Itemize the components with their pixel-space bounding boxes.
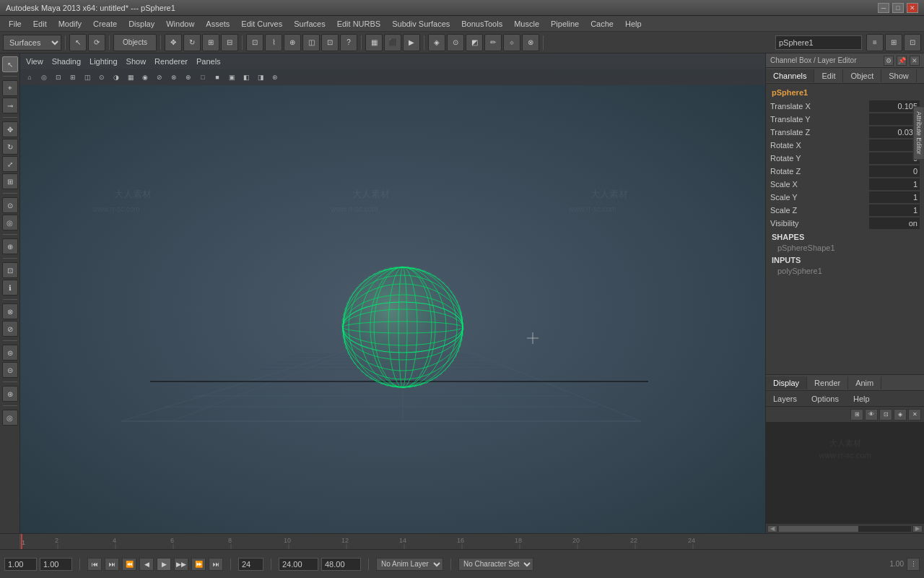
skip-to-end-btn[interactable]: ⏭ [209, 558, 223, 571]
vi-clip-btn[interactable]: ⊛ [269, 71, 282, 84]
selection-tool-btn[interactable]: ↖ [69, 34, 87, 51]
vi-home-btn[interactable]: ⌂ [23, 71, 36, 84]
step-back-btn[interactable]: ⏭ [105, 558, 119, 571]
vi-wire-btn[interactable]: ◫ [81, 71, 94, 84]
scroll-right-btn[interactable]: ▶ [912, 525, 923, 532]
soft-mod-btn[interactable]: ⊙ [2, 197, 18, 213]
menu-file[interactable]: File [3, 18, 27, 30]
tab-object[interactable]: Object [843, 69, 881, 82]
render-btn[interactable]: ⬛ [384, 34, 401, 51]
vi-cam4-btn[interactable]: ◧ [240, 71, 253, 84]
sculpt-btn[interactable]: ◎ [2, 215, 18, 230]
skip-to-start-btn[interactable]: ⏮ [87, 558, 102, 571]
right-icon-2[interactable]: ⊞ [885, 34, 902, 51]
cluster-btn[interactable]: ⊗ [2, 303, 18, 319]
menu-bonus[interactable]: BonusTools [456, 18, 508, 30]
current-frame-input[interactable] [40, 558, 72, 571]
menu-pipeline[interactable]: Pipeline [545, 18, 585, 30]
paint-select-btn[interactable]: ⊸ [2, 98, 18, 113]
menu-surfaces[interactable]: Surfaces [288, 18, 331, 30]
minimize-button[interactable]: ─ [878, 3, 889, 13]
menu-edit-nurbs[interactable]: Edit NURBS [331, 18, 387, 30]
attr-editor-tab[interactable]: Attribute Editor [913, 106, 924, 160]
layers-tab-help[interactable]: Help [846, 392, 877, 405]
scroll-thumb[interactable] [779, 526, 858, 532]
channel-visibility-value[interactable] [869, 217, 920, 229]
layers-tab-layers[interactable]: Layers [766, 392, 804, 405]
menu-window[interactable]: Window [160, 18, 200, 30]
help-btn[interactable]: ? [340, 34, 357, 51]
vp-menu-shading[interactable]: Shading [52, 57, 81, 66]
right-icon-3[interactable]: ⊡ [904, 34, 921, 51]
frame-display-input[interactable] [279, 558, 318, 571]
play-forward-btn[interactable]: ▶ [157, 558, 171, 571]
vi-cam1-btn[interactable]: □ [196, 71, 209, 84]
disp-tab-display[interactable]: Display [766, 376, 807, 389]
ipr-btn[interactable]: ▶ [403, 34, 420, 51]
vp-menu-view[interactable]: View [26, 57, 43, 66]
snap-btn[interactable]: ⊡ [2, 262, 18, 278]
universal-btn[interactable]: ⊞ [2, 173, 18, 189]
sphere-wireframe[interactable] [341, 266, 464, 389]
menu-assets[interactable]: Assets [200, 18, 235, 30]
maximize-button[interactable]: □ [892, 3, 904, 13]
vi-smooth-btn[interactable]: ⊙ [95, 71, 108, 84]
weight-btn[interactable]: ⊝ [2, 362, 18, 378]
menu-cache[interactable]: Cache [585, 18, 619, 30]
channel-scale-x-value[interactable] [869, 178, 920, 190]
vi-cam2-btn[interactable]: ■ [211, 71, 224, 84]
channel-translate-y-value[interactable] [869, 113, 920, 125]
inputs-item-1[interactable]: polySphere1 [766, 266, 924, 276]
bend-btn[interactable]: ⊛ [2, 386, 18, 402]
joint-btn[interactable]: ⊘ [2, 321, 18, 337]
right-icon-1[interactable]: ≡ [866, 34, 884, 51]
tab-show[interactable]: Show [881, 69, 917, 82]
select-btn[interactable]: ↖ [2, 56, 18, 72]
character-set-dropdown[interactable]: No Character Set [458, 558, 533, 571]
rotate-btn[interactable]: ↻ [2, 139, 18, 155]
paint-btn[interactable]: ✏ [484, 34, 502, 51]
channel-rotate-y-value[interactable] [869, 152, 920, 164]
vi-tex-btn[interactable]: ▦ [124, 71, 137, 84]
channel-scale-z-value[interactable] [869, 204, 920, 216]
camera2-btn[interactable]: ◎ [2, 410, 18, 426]
info-btn[interactable]: ℹ [2, 280, 18, 296]
vi-joint-xray-btn[interactable]: ⊗ [167, 71, 180, 84]
layer-btn[interactable]: ◩ [466, 34, 483, 51]
menu-muscle[interactable]: Muscle [508, 18, 545, 30]
menu-edit[interactable]: Edit [27, 18, 53, 30]
close-button[interactable]: ✕ [907, 3, 918, 13]
vi-cam3-btn[interactable]: ▣ [225, 71, 238, 84]
menu-subdiv[interactable]: Subdiv Surfaces [386, 18, 456, 30]
lasso-select-btn[interactable]: ⌖ [2, 80, 18, 96]
layers-scrollbar[interactable]: ◀ ▶ [766, 523, 924, 533]
viewport[interactable]: View Shading Lighting Show Renderer Pane… [20, 53, 765, 533]
step-forward-back-btn[interactable]: ◀ [139, 558, 154, 571]
tab-channels[interactable]: Channels [766, 69, 814, 82]
move-tool-btn[interactable]: ✥ [165, 34, 182, 51]
cb-settings-btn[interactable]: ⚙ [884, 56, 894, 66]
layer-template-btn[interactable]: ⊡ [879, 409, 892, 420]
vp-menu-panels[interactable]: Panels [196, 57, 221, 66]
camera-btn[interactable]: ⊙ [447, 34, 464, 51]
channel-translate-x-value[interactable] [869, 100, 920, 112]
render-region-btn[interactable]: ▦ [365, 34, 383, 51]
tab-edit[interactable]: Edit [814, 69, 843, 82]
play-fast-btn[interactable]: ⏩ [191, 558, 206, 571]
layer-delete-btn[interactable]: ✕ [908, 409, 921, 420]
frame-range-end-input[interactable] [321, 558, 361, 571]
vp-menu-show[interactable]: Show [126, 57, 147, 66]
layer-reference-btn[interactable]: ◈ [894, 409, 907, 420]
scale-btn[interactable]: ⤢ [2, 156, 18, 172]
vi-hud-btn[interactable]: ◨ [254, 71, 267, 84]
transform-tool-btn[interactable]: ⊟ [221, 34, 238, 51]
menu-display[interactable]: Display [123, 18, 160, 30]
scroll-left-btn[interactable]: ◀ [767, 525, 777, 532]
scale-tool-btn[interactable]: ⊞ [202, 34, 219, 51]
snap-surface-btn[interactable]: ◫ [302, 34, 320, 51]
object-name-field[interactable] [775, 35, 862, 50]
rotate-tool-btn[interactable]: ↻ [183, 34, 201, 51]
vi-camera-btn[interactable]: ◎ [38, 71, 51, 84]
end-frame-input[interactable] [238, 558, 263, 571]
menu-help[interactable]: Help [619, 18, 648, 30]
